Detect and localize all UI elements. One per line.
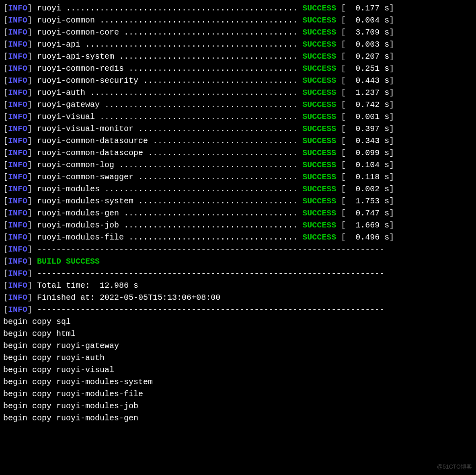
build-module-line: [INFO] ruoyi-common-redis ..............… bbox=[3, 63, 473, 75]
build-module-line: [INFO] ruoyi-common ....................… bbox=[3, 14, 473, 27]
build-module-line: [INFO] ruoyi-auth ......................… bbox=[3, 87, 473, 99]
copy-line: begin copy ruoyi-auth bbox=[3, 352, 473, 364]
total-time-line: [INFO] Total time: 12.986 s bbox=[3, 280, 473, 292]
build-module-line: [INFO] ruoyi-modules-gen ...............… bbox=[3, 207, 473, 219]
build-module-line: [INFO] ruoyi-common-log ................… bbox=[3, 159, 473, 171]
finished-at-line: [INFO] Finished at: 2022-05-05T15:13:06+… bbox=[3, 292, 473, 304]
terminal-output: [INFO] ruoyi ...........................… bbox=[3, 2, 473, 424]
rule-line: [INFO] ---------------------------------… bbox=[3, 268, 473, 280]
build-module-line: [INFO] ruoyi-visual ....................… bbox=[3, 111, 473, 123]
build-module-line: [INFO] ruoyi-common-security ...........… bbox=[3, 75, 473, 87]
build-module-line: [INFO] ruoyi-common-core ...............… bbox=[3, 27, 473, 39]
copy-line: begin copy ruoyi-visual bbox=[3, 364, 473, 376]
build-module-line: [INFO] ruoyi-modules-file ..............… bbox=[3, 231, 473, 244]
build-module-line: [INFO] ruoyi-visual-monitor ............… bbox=[3, 123, 473, 135]
copy-line: begin copy sql bbox=[3, 316, 473, 328]
build-module-line: [INFO] ruoyi ...........................… bbox=[3, 2, 473, 14]
copy-line: begin copy ruoyi-modules-system bbox=[3, 376, 473, 388]
build-success-line: [INFO] BUILD SUCCESS bbox=[3, 256, 473, 268]
build-module-line: [INFO] ruoyi-common-datascope ..........… bbox=[3, 147, 473, 159]
copy-line: begin copy ruoyi-modules-file bbox=[3, 388, 473, 400]
copy-line: begin copy ruoyi-modules-job bbox=[3, 400, 473, 412]
copy-line: begin copy ruoyi-modules-gen bbox=[3, 412, 473, 424]
copy-line: begin copy html bbox=[3, 328, 473, 340]
rule-line: [INFO] ---------------------------------… bbox=[3, 244, 473, 256]
rule-line: [INFO] ---------------------------------… bbox=[3, 304, 473, 316]
build-module-line: [INFO] ruoyi-api .......................… bbox=[3, 39, 473, 51]
copy-line: begin copy ruoyi-gateway bbox=[3, 340, 473, 352]
build-module-line: [INFO] ruoyi-modules-system ............… bbox=[3, 195, 473, 207]
build-module-line: [INFO] ruoyi-modules ...................… bbox=[3, 183, 473, 195]
build-module-line: [INFO] ruoyi-common-swagger ............… bbox=[3, 171, 473, 183]
build-module-line: [INFO] ruoyi-modules-job ...............… bbox=[3, 219, 473, 231]
watermark: @51CTO博客 bbox=[437, 461, 472, 473]
build-module-line: [INFO] ruoyi-api-system ................… bbox=[3, 51, 473, 63]
build-module-line: [INFO] ruoyi-gateway ...................… bbox=[3, 99, 473, 111]
build-module-line: [INFO] ruoyi-common-datasource .........… bbox=[3, 135, 473, 147]
